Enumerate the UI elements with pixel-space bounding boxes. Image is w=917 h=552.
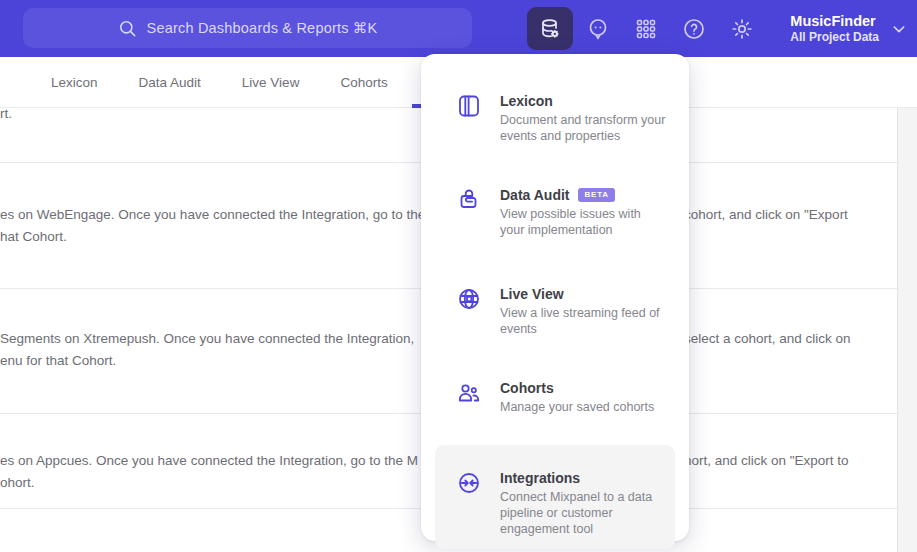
integrations-icon <box>457 471 481 495</box>
search-icon <box>118 19 137 38</box>
search-placeholder: Search Dashboards & Reports ⌘K <box>147 20 378 36</box>
menu-item-desc: View possible issues with your implement… <box>500 206 667 238</box>
tab-cohorts[interactable]: Cohorts <box>340 75 387 90</box>
menu-item-cohorts[interactable]: Cohorts Manage your saved cohorts <box>433 377 677 415</box>
menu-item-lexicon[interactable]: Lexicon Document and transform your even… <box>433 90 677 144</box>
doc-text-fragment: ohort. <box>0 475 35 490</box>
beta-badge: BETA <box>578 188 614 202</box>
doc-text-fragment: cohort, and click on "Export <box>684 207 848 222</box>
tab-live-view[interactable]: Live View <box>242 75 300 90</box>
help-icon <box>682 17 706 41</box>
live-view-icon <box>457 287 481 311</box>
chevron-down-icon <box>891 21 907 37</box>
menu-item-title: Cohorts <box>500 379 554 397</box>
doc-text-fragment: hat Cohort. <box>0 229 67 244</box>
topbar-icons <box>526 0 766 57</box>
help-button[interactable] <box>670 0 718 57</box>
database-gear-icon <box>538 17 562 41</box>
tab-lexicon[interactable]: Lexicon <box>51 75 98 90</box>
doc-text-fragment: es on Appcues. Once you have connected t… <box>0 453 418 468</box>
app-window: rt. es on WebEngage. Once you have conne… <box>0 0 917 552</box>
doc-text-fragment: es on WebEngage. Once you have connected… <box>0 207 425 222</box>
menu-item-title: Lexicon <box>500 92 553 110</box>
data-management-button[interactable] <box>527 7 573 50</box>
doc-text-fragment: hort, and click on "Export to <box>684 453 849 468</box>
menu-item-desc: Document and transform your events and p… <box>500 112 667 144</box>
feedback-button[interactable] <box>574 0 622 57</box>
settings-button[interactable] <box>718 0 766 57</box>
doc-text-fragment: Segments on Xtremepush. Once you have co… <box>0 331 414 346</box>
project-subtitle: All Project Data <box>790 30 879 44</box>
gear-icon <box>730 17 754 41</box>
scrollbar-track[interactable] <box>897 108 917 552</box>
apps-grid-icon <box>634 17 658 41</box>
lexicon-icon <box>457 94 481 118</box>
cohorts-icon <box>457 381 481 405</box>
tab-data-audit[interactable]: Data Audit <box>139 75 201 90</box>
topbar: Search Dashboards & Reports ⌘K <box>0 0 917 57</box>
data-management-dropdown: Lexicon Document and transform your even… <box>421 54 689 541</box>
menu-item-desc: Connect Mixpanel to a data pipeline or c… <box>500 489 665 537</box>
doc-text-fragment: rt. <box>0 106 12 121</box>
menu-item-title: Integrations <box>500 469 580 487</box>
project-switcher[interactable]: MusicFinder All Project Data <box>790 0 907 57</box>
menu-item-desc: Manage your saved cohorts <box>500 399 654 415</box>
search-input[interactable]: Search Dashboards & Reports ⌘K <box>23 8 472 48</box>
chat-face-icon <box>586 17 610 41</box>
project-name: MusicFinder <box>790 13 879 30</box>
menu-item-title: Live View <box>500 285 564 303</box>
doc-text-fragment: select a cohort, and click on <box>684 331 851 346</box>
apps-button[interactable] <box>622 0 670 57</box>
menu-item-title: Data Audit <box>500 186 569 204</box>
menu-item-desc: View a live streaming feed of events <box>500 305 667 337</box>
menu-item-integrations[interactable]: Integrations Connect Mixpanel to a data … <box>435 445 675 549</box>
doc-text-fragment: enu for that Cohort. <box>0 353 116 368</box>
menu-item-live-view[interactable]: Live View View a live streaming feed of … <box>433 283 677 337</box>
data-audit-icon <box>457 188 481 212</box>
menu-item-data-audit[interactable]: Data Audit BETA View possible issues wit… <box>433 184 677 238</box>
